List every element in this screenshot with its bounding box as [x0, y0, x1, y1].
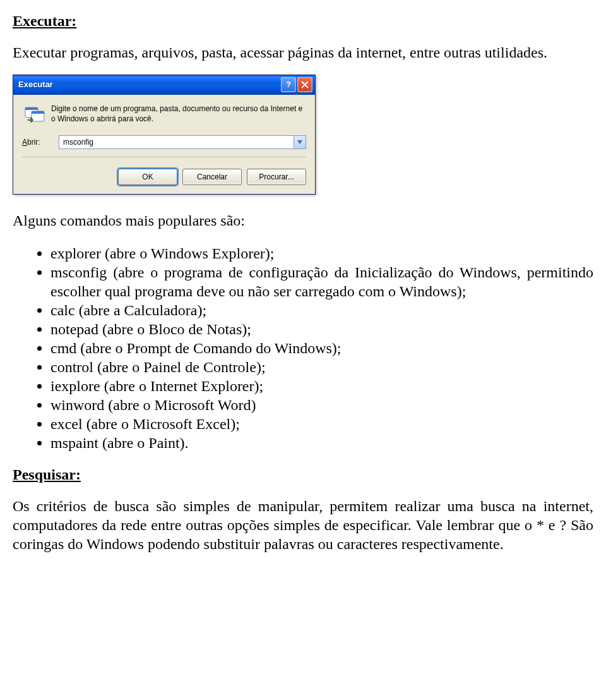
run-icon	[22, 104, 47, 123]
open-row: Abrir:	[22, 135, 306, 149]
run-program-icon	[24, 105, 45, 123]
titlebar-buttons: ?	[281, 77, 312, 92]
cancel-button[interactable]: Cancelar	[182, 169, 242, 185]
pesquisar-paragraph: Os critérios de busca são simples de man…	[13, 497, 593, 553]
browse-button[interactable]: Procurar...	[247, 169, 306, 185]
dialog-title: Executar	[18, 80, 281, 90]
open-input[interactable]	[59, 136, 294, 148]
list-item: cmd (abre o Prompt de Comando do Windows…	[50, 339, 593, 358]
help-icon: ?	[286, 80, 291, 90]
list-item: iexplore (abre o Internet Explorer);	[50, 377, 593, 395]
svg-rect-1	[25, 107, 38, 110]
browse-button-label: Procurar...	[259, 172, 294, 182]
list-intro: Alguns comandos mais populares são:	[13, 211, 593, 230]
dialog-titlebar[interactable]: Executar ?	[13, 75, 315, 95]
open-combobox[interactable]	[59, 135, 306, 149]
open-label-rest: brir:	[27, 138, 40, 147]
dialog-row: Digite o nome de um programa, pasta, doc…	[22, 104, 306, 124]
heading-executar: Executar:	[13, 11, 593, 30]
cancel-button-label: Cancelar	[197, 172, 227, 182]
dialog-body: Digite o nome de um programa, pasta, doc…	[13, 95, 315, 153]
list-item: msconfig (abre o programa de configuraçã…	[50, 263, 593, 301]
chevron-down-icon	[297, 140, 302, 144]
ok-button[interactable]: OK	[118, 169, 177, 185]
list-item: mspaint (abre o Paint).	[50, 433, 593, 452]
intro-paragraph: Executar programas, arquivos, pasta, ace…	[13, 43, 593, 62]
ok-button-label: OK	[142, 172, 153, 182]
run-dialog: Executar ?	[13, 75, 316, 195]
list-item: excel (abre o Microsoft Excel);	[50, 414, 593, 433]
list-item: control (abre o Painel de Controle);	[50, 358, 593, 377]
list-item: winword (abre o Microsoft Word)	[50, 395, 593, 414]
dialog-button-row: OK Cancelar Procurar...	[13, 157, 315, 194]
list-item: notepad (abre o Bloco de Notas);	[50, 320, 593, 339]
close-button[interactable]	[297, 77, 312, 92]
document-page: Executar: Executar programas, arquivos, …	[0, 0, 606, 591]
heading-pesquisar: Pesquisar:	[13, 465, 593, 484]
list-item: explorer (abre o Windows Explorer);	[50, 244, 593, 263]
combobox-dropdown-button[interactable]	[294, 136, 306, 148]
close-icon	[301, 81, 309, 88]
open-label-accel: A	[22, 138, 27, 147]
command-list: explorer (abre o Windows Explorer); msco…	[13, 244, 593, 452]
svg-rect-3	[32, 111, 44, 114]
open-label: Abrir:	[22, 138, 52, 147]
dialog-description: Digite o nome de um programa, pasta, doc…	[47, 104, 306, 124]
list-item: calc (abre a Calculadora);	[50, 301, 593, 320]
help-button[interactable]: ?	[281, 77, 296, 92]
